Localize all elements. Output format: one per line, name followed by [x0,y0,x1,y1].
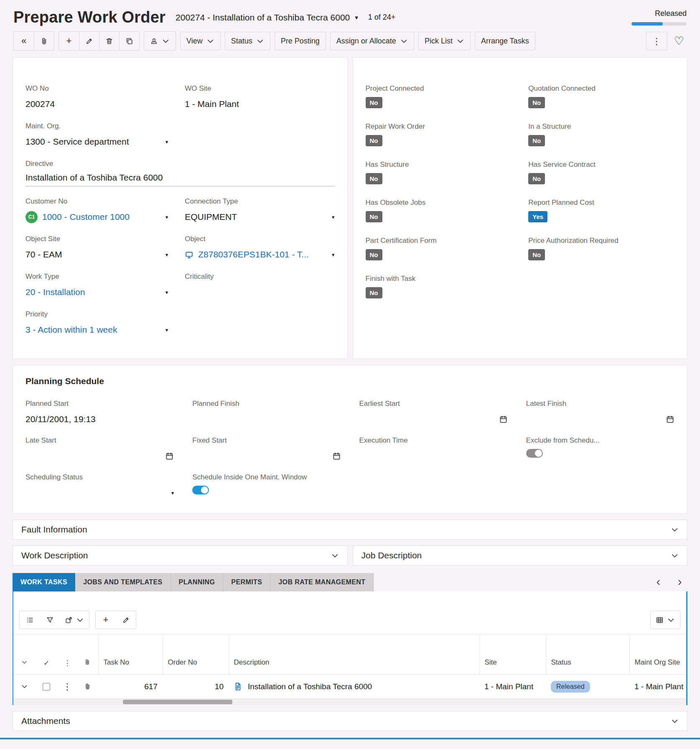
field-connection-type[interactable]: Connection Type EQUIPMENT ▾ [185,197,334,224]
tab-jobs-and-templates[interactable]: JOBS AND TEMPLATES [75,573,171,591]
assign-or-allocate-button[interactable]: Assign or Allocate [330,32,414,50]
cell-task-no[interactable]: 617 [98,675,163,699]
horizontal-scrollbar[interactable] [13,699,686,705]
job-description-section[interactable]: Job Description [353,545,688,566]
field-maint-org[interactable]: Maint. Org. 1300 - Service department ▾ [25,122,168,149]
customer-no-link[interactable]: 1000 - Customer 1000 [42,212,130,222]
field-scheduling-status[interactable]: Scheduling Status ▾ [25,473,174,500]
column-header-maint-org-site[interactable]: Maint Org Site [629,634,686,675]
table-row[interactable]: ⋮ 617 10 Installation of a Toshiba Tecra… [13,675,686,699]
approval-stamp-button[interactable] [144,32,176,50]
row-actions-cell[interactable]: ⋮ [58,675,77,699]
flag-price-authorization-required: Price Authorization Required No [528,237,675,260]
field-latest-finish[interactable]: Latest Finish [526,400,675,426]
delete-record-button[interactable] [99,32,119,50]
tab-permits[interactable]: PERMITS [223,573,270,591]
document-icon[interactable] [234,682,242,691]
favorite-button[interactable]: ♡ [672,34,687,48]
caret-down-icon[interactable]: ▾ [165,214,168,220]
field-work-type[interactable]: Work Type 20 - Installation ▾ [25,273,168,299]
attachments-button[interactable] [34,32,54,50]
duplicate-record-button[interactable] [119,32,139,50]
column-header-task-no[interactable]: Task No [98,634,163,675]
maint-org-value[interactable]: 1300 - Service department [25,137,129,147]
exclude-from-scheduling-toggle[interactable] [526,449,543,458]
tab-job-rate-management[interactable]: JOB RATE MANAGEMENT [270,573,374,591]
column-header-site[interactable]: Site [479,634,546,675]
field-earliest-start[interactable]: Earliest Start [359,400,508,426]
record-selector[interactable]: 200274 - Installation of a Toshiba Tecra… [176,13,358,23]
calendar-icon[interactable] [666,415,675,424]
arrange-tasks-button[interactable]: Arrange Tasks [475,32,535,50]
flag-has-structure: Has Structure No [366,160,512,184]
caret-down-icon[interactable]: ▾ [165,252,168,258]
edit-task-button[interactable] [116,611,136,629]
attachments-section[interactable]: Attachments [13,711,687,731]
caret-down-icon[interactable]: ▾ [165,139,168,145]
pre-posting-button[interactable]: Pre Posting [275,32,326,50]
field-planned-finish[interactable]: Planned Finish [192,400,341,426]
field-planned-start[interactable]: Planned Start 20/11/2001, 19:13 [25,400,174,426]
field-object-site[interactable]: Object Site 70 - EAM ▾ [25,235,168,262]
fault-information-section[interactable]: Fault Information [13,520,687,540]
grid-view-button[interactable] [651,611,680,629]
calendar-icon[interactable] [165,452,174,461]
field-execution-time[interactable]: Execution Time [359,436,508,463]
status-button[interactable]: Status [225,32,270,50]
add-task-button[interactable]: + [96,611,116,629]
object-link[interactable]: Z8780376EPS1BK-101 - T... [198,250,309,260]
multi-select-button[interactable] [20,611,40,629]
expand-all-header[interactable] [13,634,35,675]
column-header-status[interactable]: Status [546,634,629,675]
tab-work-tasks[interactable]: WORK TASKS [13,573,75,591]
directive-input[interactable]: Installation of a Toshiba Tecra 6000 [25,172,335,186]
select-all-header[interactable]: ✓ [35,634,58,675]
pick-list-button[interactable]: Pick List [418,32,471,50]
priority-value[interactable]: 3 - Action within 1 week [25,325,117,335]
tab-planning[interactable]: PLANNING [171,573,224,591]
criticality-value[interactable] [185,285,334,299]
scrollbar-thumb[interactable] [123,700,232,704]
field-customer-no[interactable]: Customer No C1 1000 - Customer 1000 ▾ [25,197,168,224]
add-record-button[interactable]: + [59,32,79,50]
filter-button[interactable] [40,611,60,629]
caret-down-icon[interactable]: ▾ [332,214,335,220]
collapse-panel-button[interactable]: « [14,32,34,50]
cell-maint-org-site[interactable]: 1 - Main Plant [629,675,686,699]
row-select-cell[interactable] [35,675,58,699]
planned-finish-value[interactable] [192,412,341,426]
cell-site[interactable]: 1 - Main Plant [479,675,546,699]
field-criticality[interactable]: Criticality [185,273,334,299]
work-description-section[interactable]: Work Description [13,545,348,566]
work-type-value[interactable]: 20 - Installation [25,287,85,297]
planned-start-value[interactable]: 20/11/2001, 19:13 [25,412,174,426]
tab-scroll-right-button[interactable] [675,578,684,587]
execution-time-value[interactable] [359,449,508,463]
object-site-value[interactable]: 70 - EAM [25,250,62,260]
edit-record-button[interactable] [79,32,99,50]
column-header-description[interactable]: Description [229,634,479,675]
row-checkbox[interactable] [43,683,50,690]
cell-order-no[interactable]: 10 [163,675,229,699]
field-priority[interactable]: Priority 3 - Action within 1 week ▾ [25,310,168,337]
more-options-button[interactable]: ⋮ [646,32,667,50]
column-header-order-no[interactable]: Order No [163,634,229,675]
field-fixed-start[interactable]: Fixed Start [192,436,341,463]
cell-description[interactable]: Installation of a Toshiba Tecra 6000 [229,675,479,699]
caret-down-icon[interactable]: ▾ [171,490,174,496]
field-directive[interactable]: Directive Installation of a Toshiba Tecr… [25,160,335,186]
export-button[interactable] [60,611,89,629]
row-attachment-cell[interactable] [77,675,98,699]
field-late-start[interactable]: Late Start [25,436,174,463]
caret-down-icon[interactable]: ▾ [332,252,335,258]
row-expand-cell[interactable] [13,675,35,699]
connection-type-value[interactable]: EQUIPMENT [185,212,237,222]
field-object[interactable]: Object Z8780376EPS1BK-101 - T... ▾ [185,235,334,262]
view-button[interactable]: View [180,32,221,50]
schedule-inside-window-toggle[interactable] [192,486,209,494]
tab-scroll-left-button[interactable] [654,578,663,587]
calendar-icon[interactable] [499,415,508,424]
caret-down-icon[interactable]: ▾ [165,289,168,296]
calendar-icon[interactable] [332,452,341,461]
caret-down-icon[interactable]: ▾ [165,327,168,333]
